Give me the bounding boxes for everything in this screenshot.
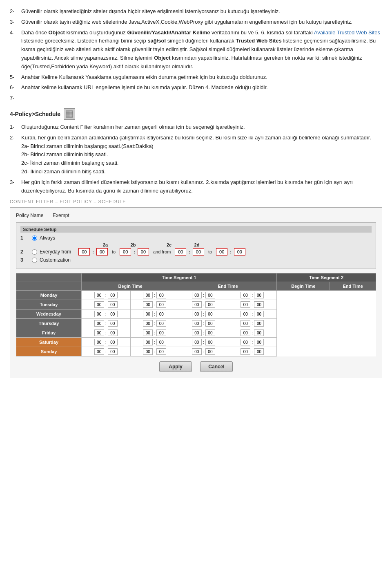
time-input-min-2[interactable]: [205, 320, 215, 327]
cancel-button[interactable]: Cancel: [200, 361, 233, 372]
schedule-list: 1- Oluşturduğunuz Content Filter kuralın…: [10, 123, 382, 195]
schedule-panel: Policy Name Exempt Schedule Setup 1 Alwa…: [10, 207, 382, 378]
schedule-table: Time Segment 1 Time Segment 2 Begin Time…: [16, 273, 376, 356]
time-input-hour-1[interactable]: [143, 348, 153, 355]
time-input-min-0[interactable]: [108, 339, 118, 345]
time-input-min-1[interactable]: [156, 292, 166, 298]
schedule-setup-title: Schedule Setup: [20, 226, 372, 233]
time-input-hour-2[interactable]: [192, 348, 202, 355]
time-input-hour-0[interactable]: [94, 292, 104, 298]
day-cell: Wednesday: [16, 309, 82, 319]
time-2a-hour[interactable]: [78, 248, 90, 255]
time-2c-min[interactable]: [193, 248, 204, 255]
time-2d-hour[interactable]: [216, 248, 227, 255]
main-list: 2- Güvenilir olarak işaretlediğiniz site…: [10, 7, 382, 103]
time-segment-2-header: Time Segment 2: [277, 273, 376, 282]
time-input-min-2[interactable]: [205, 292, 215, 298]
time-input-hour-3[interactable]: [241, 292, 250, 298]
time-input-min-1[interactable]: [156, 348, 166, 355]
radio-row-customization: 3 Customization: [20, 257, 372, 263]
time-input-min-2[interactable]: [205, 311, 215, 317]
time-input-min-0[interactable]: [108, 301, 118, 308]
time-input-min-3[interactable]: [254, 348, 264, 355]
time-input-min-0[interactable]: [108, 329, 118, 336]
policy-name-label: Policy Name: [16, 213, 53, 218]
time-input-hour-3[interactable]: [241, 320, 250, 327]
time-input-hour-2[interactable]: [192, 301, 202, 308]
time-input-hour-0[interactable]: [94, 339, 104, 345]
policy-name-row: Policy Name Exempt: [16, 213, 376, 218]
time-input-hour-0[interactable]: [94, 301, 104, 308]
day-cell: Sunday: [16, 347, 82, 356]
svg-rect-0: [66, 111, 73, 117]
time-input-min-0[interactable]: [108, 292, 118, 298]
time-input-min-3[interactable]: [254, 329, 264, 336]
time-input-min-3[interactable]: [254, 301, 264, 308]
radio-customization-label: Customization: [40, 257, 71, 263]
time-input-hour-2[interactable]: [192, 292, 202, 298]
time-input-hour-0[interactable]: [94, 320, 104, 327]
time-input-min-1[interactable]: [156, 311, 166, 317]
time-input-hour-1[interactable]: [143, 311, 153, 317]
time-2b-min[interactable]: [138, 248, 149, 255]
time-input-min-3[interactable]: [254, 292, 264, 298]
day-cell: Monday: [16, 291, 82, 300]
schedule-setup-box: Schedule Setup 1 Always 2a 2b 2c 2d 2 Ev…: [16, 222, 376, 269]
empty-header: [16, 273, 82, 282]
radio-always-label: Always: [40, 235, 55, 241]
label-2a: 2a: [91, 242, 119, 247]
time-input-min-0[interactable]: [108, 348, 118, 355]
list-item-4: 4- Daha önce Object kısmında oluşturduğu…: [10, 29, 382, 71]
time-input-hour-0[interactable]: [94, 311, 104, 317]
time-input-hour-0[interactable]: [94, 329, 104, 336]
time-input-hour-3[interactable]: [241, 348, 250, 355]
time-input-hour-2[interactable]: [192, 311, 202, 317]
time-input-min-1[interactable]: [156, 329, 166, 336]
time-input-hour-1[interactable]: [143, 301, 153, 308]
time-input-hour-0[interactable]: [94, 348, 104, 355]
radio-everyday[interactable]: [32, 249, 37, 255]
available-trusted-link[interactable]: Available Trusted Web Sites: [314, 29, 380, 36]
time-segment-1-header: Time Segment 1: [82, 273, 277, 282]
time-input-hour-1[interactable]: [143, 339, 153, 345]
time-2d-min[interactable]: [234, 248, 245, 255]
time-input-min-0[interactable]: [108, 311, 118, 317]
time-input-hour-3[interactable]: [241, 301, 250, 308]
time-input-hour-3[interactable]: [241, 329, 250, 336]
radio-row-always: 1 Always: [20, 235, 372, 241]
radio-everyday-label: Everyday from: [40, 249, 71, 255]
time-2a-min[interactable]: [96, 248, 108, 255]
time-input-min-3[interactable]: [254, 311, 264, 317]
apply-button[interactable]: Apply: [159, 361, 192, 372]
time-input-hour-3[interactable]: [241, 311, 250, 317]
time-2b-hour[interactable]: [120, 248, 131, 255]
time-input-min-2[interactable]: [205, 339, 215, 345]
time-input-min-3[interactable]: [254, 320, 264, 327]
time-input-min-1[interactable]: [156, 301, 166, 308]
time-input-min-2[interactable]: [205, 348, 215, 355]
time-input-min-3[interactable]: [254, 339, 264, 345]
time-input-hour-3[interactable]: [241, 339, 250, 345]
time-2c-hour[interactable]: [175, 248, 186, 255]
list-item-7: 7-: [10, 94, 382, 103]
time-input-hour-1[interactable]: [143, 329, 153, 336]
time-input-min-1[interactable]: [156, 339, 166, 345]
radio-customization[interactable]: [32, 258, 37, 263]
time-input-hour-2[interactable]: [192, 329, 202, 336]
time-input-min-0[interactable]: [108, 320, 118, 327]
radio-row-everyday: 2 Everyday from : to : and from : to :: [20, 248, 372, 255]
time-input-hour-1[interactable]: [143, 292, 153, 298]
list-item-6: 6- Anahtar kelime kullanarak URL engelle…: [10, 83, 382, 92]
time-input-min-2[interactable]: [205, 329, 215, 336]
svg-rect-1: [66, 112, 73, 112]
button-row: Apply Cancel: [16, 361, 376, 372]
time-input-hour-1[interactable]: [143, 320, 153, 327]
time-input-min-2[interactable]: [205, 301, 215, 308]
radio-always[interactable]: [32, 235, 37, 241]
begin-time-2-header: Begin Time: [277, 282, 330, 291]
day-cell: Saturday: [16, 338, 82, 347]
time-input-min-1[interactable]: [156, 320, 166, 327]
time-input-hour-2[interactable]: [192, 320, 202, 327]
time-input-hour-2[interactable]: [192, 339, 202, 345]
label-2d: 2d: [183, 242, 211, 247]
